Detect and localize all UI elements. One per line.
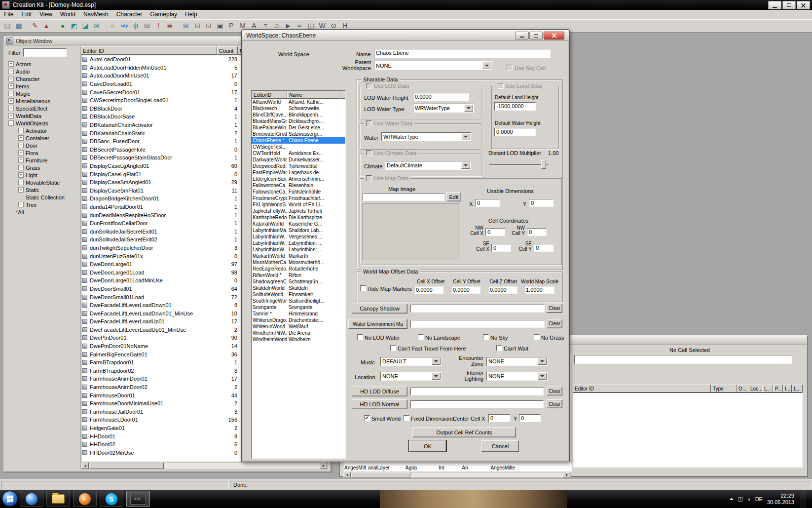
- worldspace-row[interactable]: BrinewaterGrott...Salzwassergr...: [252, 131, 345, 137]
- save-plugin-icon[interactable]: ▦: [13, 20, 24, 31]
- stairs-icon[interactable]: ≣: [164, 20, 175, 31]
- canopy-shadow-button[interactable]: Canopy Shadow: [352, 304, 407, 313]
- lod-water-height-input[interactable]: 0.0000: [413, 93, 469, 101]
- explorer-taskbar-button[interactable]: [46, 491, 70, 507]
- tree-expander-icon[interactable]: +: [18, 180, 24, 185]
- render-window-icon[interactable]: ⊞: [181, 20, 191, 31]
- dropdown-arrow-icon[interactable]: [432, 358, 441, 365]
- object-column-header-editor-id[interactable]: Editor ID: [81, 46, 217, 55]
- tree-expander-icon[interactable]: +: [8, 76, 14, 81]
- worldspace-row[interactable]: WindhelmPitW...Die Arena: [252, 330, 345, 336]
- location-dropdown[interactable]: NONE: [380, 372, 442, 381]
- object-table-hscrollbar[interactable]: [81, 462, 328, 469]
- tree-expander-icon[interactable]: +: [8, 91, 14, 96]
- tree-item-movablestatic[interactable]: +MovableStatic: [5, 179, 80, 186]
- worldspace-row[interactable]: WhiterunWorldWeißlauf: [252, 323, 345, 330]
- distant-lod-slider-track[interactable]: [489, 164, 548, 166]
- tree-item-audio[interactable]: +Audio: [5, 68, 80, 75]
- climate-dropdown[interactable]: DefaultClimate: [385, 161, 471, 170]
- worldspace-row[interactable]: SouthfringeWorldSüdrandheiligt...: [252, 298, 345, 304]
- worldspace-row[interactable]: ShadowgreenC...Schattengrün...: [252, 278, 345, 285]
- minimize-button[interactable]: [768, 1, 781, 9]
- worldspace-row[interactable]: WhiterunDrago...Drachenfeste:...: [252, 317, 345, 323]
- tree-expander-icon[interactable]: +: [18, 172, 24, 178]
- menu-gameplay[interactable]: Gameplay: [146, 10, 181, 19]
- tree-item-flora[interactable]: +Flora: [5, 149, 80, 156]
- output-cell-ref-counts-button[interactable]: Output Cell Ref Counts: [412, 427, 516, 437]
- object-window-icon[interactable]: ⊟: [192, 20, 203, 31]
- use-climate-data-checkbox[interactable]: [366, 150, 372, 156]
- delete-marker-icon[interactable]: ▲: [41, 20, 52, 31]
- worldspace-row[interactable]: CWSiegeTest...: [252, 144, 345, 150]
- tree-item-grass[interactable]: +Grass: [5, 164, 80, 171]
- tree-item-tree[interactable]: +Tree: [5, 201, 80, 208]
- tree-item-items[interactable]: +Items: [5, 82, 80, 90]
- no-sky-checkbox[interactable]: [483, 334, 489, 340]
- cellview-column-header-l[interactable]: L...: [792, 385, 803, 392]
- dropdown-arrow-icon[interactable]: [461, 133, 470, 140]
- worldspace-column-header-name[interactable]: Name: [287, 91, 340, 99]
- offset-value-field[interactable]: 0.0000: [414, 286, 443, 294]
- worldspace-row[interactable]: Tamriel *Himmelsrand: [252, 311, 345, 317]
- reference-list[interactable]: [573, 392, 803, 468]
- small-world-checkbox[interactable]: [364, 415, 370, 421]
- tree-expander-icon[interactable]: +: [18, 187, 24, 193]
- menu-character[interactable]: Character: [112, 10, 147, 19]
- worldspace-row[interactable]: CWTestHoldAvoidance Ex...: [252, 150, 345, 156]
- tree-item-static-collection[interactable]: Static Collection: [5, 194, 80, 201]
- se-cell-y-input[interactable]: 0: [534, 244, 554, 252]
- tree-expander-icon[interactable]: -: [8, 120, 14, 126]
- hd-lod-normal-button[interactable]: HD LOD Normal: [352, 399, 407, 409]
- menu-edit[interactable]: Edit: [17, 10, 36, 19]
- encounter-zone-dropdown[interactable]: NONE: [486, 357, 548, 366]
- scrollbar-thumb[interactable]: [351, 472, 410, 477]
- tree-expander-icon[interactable]: +: [18, 128, 24, 133]
- no-grass-checkbox[interactable]: [534, 334, 540, 340]
- worldspace-row[interactable]: FallowstoneCa...Fahlsteinhöhle: [252, 189, 345, 195]
- dialog-close-button[interactable]: [544, 32, 564, 39]
- filter-input[interactable]: [23, 48, 67, 57]
- tree-item-furniture[interactable]: +Furniture: [5, 156, 80, 164]
- default-water-height-input[interactable]: 0.0000: [494, 128, 536, 136]
- maximize-button[interactable]: [782, 1, 796, 9]
- tree-expander-icon[interactable]: +: [18, 202, 24, 207]
- tree-item-worlddata[interactable]: +WorldData: [5, 112, 80, 119]
- cellview-column-header-loc[interactable]: Loc...: [748, 385, 762, 392]
- distant-lod-slider-thumb[interactable]: [541, 160, 546, 169]
- tree-item-specialeffect[interactable]: +SpecialEffect: [5, 105, 80, 112]
- cell-list-hscrollbar[interactable]: [343, 472, 571, 478]
- media-player-taskbar-button[interactable]: ►: [73, 491, 97, 507]
- skype-taskbar-button[interactable]: S: [100, 491, 123, 507]
- menu-view[interactable]: View: [36, 10, 56, 19]
- dropdown-arrow-icon[interactable]: [538, 358, 547, 365]
- water-environment-field[interactable]: [410, 320, 545, 328]
- use-sky-cell-checkbox[interactable]: [507, 65, 513, 71]
- use-land-data-checkbox[interactable]: [498, 83, 504, 89]
- worldspace-row[interactable]: LabyrinthianW...Labyrinthion: ...: [252, 240, 345, 246]
- worldspace-row[interactable]: LabyrinthianW...Labyrinthion: ...: [252, 246, 345, 253]
- worldspace-row[interactable]: EastEmpireWar...Lagerhaus de...: [252, 169, 345, 176]
- worldspace-row[interactable]: AlftandWorldAlftand: Kathe...: [252, 99, 345, 105]
- no-landscape-checkbox[interactable]: [418, 334, 424, 340]
- dialog-maximize-button[interactable]: [529, 32, 543, 39]
- world-sphere-icon[interactable]: ●: [57, 20, 68, 31]
- lightbulb-icon[interactable]: ☼: [108, 20, 118, 31]
- cellview-column-header-o[interactable]: O...: [737, 385, 748, 392]
- show-desktop-button[interactable]: [801, 490, 806, 508]
- cancel-button[interactable]: Cancel: [481, 440, 519, 452]
- ok-button[interactable]: OK: [409, 440, 446, 452]
- worldspace-row[interactable]: MarkarthWorldMarkarth: [252, 253, 345, 259]
- worldspace-row[interactable]: DeepwoodRed...Tiefenwaldtal: [252, 163, 345, 169]
- worldspace-row[interactable]: DarkwaterWorldDunkelwasser...: [252, 156, 345, 163]
- tree-item-miscellaneous[interactable]: +Miscellaneous: [5, 97, 80, 105]
- worldspace-row[interactable]: BloatedMansGr...Dickbauchgro...: [252, 118, 345, 124]
- tree-item-light[interactable]: +Light: [5, 171, 80, 179]
- tree-expander-icon[interactable]: +: [18, 135, 24, 141]
- dropdown-arrow-icon[interactable]: [482, 62, 491, 69]
- worldspace-row[interactable]: KarthspireRedo...Die Karthspitze: [252, 214, 345, 221]
- tree-item-actors[interactable]: +Actors: [5, 60, 80, 68]
- cell-search-field[interactable]: [574, 355, 792, 364]
- tree-expander-icon[interactable]: +: [8, 61, 14, 67]
- navmesh-test-icon[interactable]: ⊠: [91, 20, 102, 31]
- worldspace-row[interactable]: EldergleamSan...Ahnenschimm...: [252, 176, 345, 182]
